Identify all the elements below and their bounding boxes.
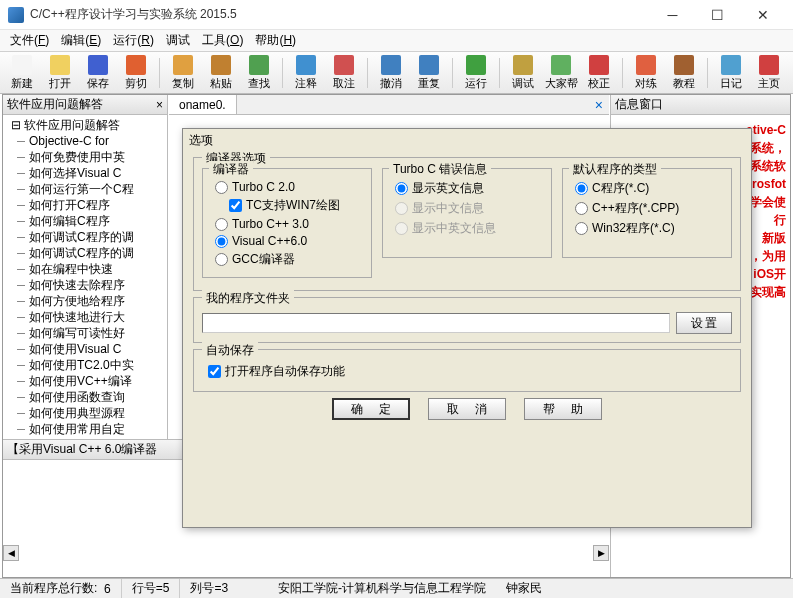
toolbar-剪切[interactable]: 剪切 bbox=[118, 54, 154, 92]
toolbar-查找[interactable]: 查找 bbox=[241, 54, 277, 92]
compiler-input[interactable] bbox=[215, 181, 228, 194]
option-label: Visual C++6.0 bbox=[232, 234, 307, 248]
compiler-subgroup: 编译器 Turbo C 2.0TC支持WIN7绘图Turbo C++ 3.0Vi… bbox=[202, 168, 372, 278]
toolbar-对练[interactable]: 对练 bbox=[628, 54, 664, 92]
folder-group: 我的程序文件夹 设置 bbox=[193, 297, 741, 343]
compiler-option[interactable]: Turbo C 2.0 bbox=[215, 180, 365, 194]
tree-item[interactable]: 如在编程中快速 bbox=[11, 261, 167, 277]
toolbar-取注[interactable]: 取注 bbox=[326, 54, 362, 92]
tree-item[interactable]: 如何使用TC2.0中实 bbox=[11, 357, 167, 373]
toolbar-打开[interactable]: 打开 bbox=[42, 54, 78, 92]
progtype-option[interactable]: Win32程序(*.C) bbox=[575, 220, 725, 237]
toolbar-运行[interactable]: 运行 bbox=[458, 54, 494, 92]
compiler-option[interactable]: TC支持WIN7绘图 bbox=[229, 197, 365, 214]
compiler-input[interactable] bbox=[215, 253, 228, 266]
scroll-right-icon[interactable]: ▶ bbox=[593, 545, 609, 561]
tree-view[interactable]: 软件应用问题解答Objective-C for如何免费使用中英如何选择Visua… bbox=[3, 115, 167, 439]
toolbar-icon bbox=[721, 55, 741, 75]
scroll-left-icon[interactable]: ◀ bbox=[3, 545, 19, 561]
toolbar-label: 日记 bbox=[720, 76, 742, 91]
menu-编辑[interactable]: 编辑(E) bbox=[55, 30, 107, 51]
compiler-option[interactable]: Visual C++6.0 bbox=[215, 234, 365, 248]
autosave-option[interactable]: 打开程序自动保存功能 bbox=[208, 363, 732, 380]
toolbar-icon bbox=[759, 55, 779, 75]
tree-item[interactable]: 如何打开C程序 bbox=[11, 197, 167, 213]
option-label: C程序(*.C) bbox=[592, 180, 649, 197]
tree-item[interactable]: 如何调试C程序的调 bbox=[11, 245, 167, 261]
toolbar-撤消[interactable]: 撤消 bbox=[373, 54, 409, 92]
toolbar-新建[interactable]: 新建 bbox=[4, 54, 40, 92]
compiler-option[interactable]: GCC编译器 bbox=[215, 251, 365, 268]
toolbar-调试[interactable]: 调试 bbox=[505, 54, 541, 92]
tree-item[interactable]: 如何选择Visual C bbox=[11, 165, 167, 181]
tree-item[interactable]: 如何快速地进行大 bbox=[11, 309, 167, 325]
tree-item[interactable]: 如何使用函数查询 bbox=[11, 389, 167, 405]
autosave-checkbox[interactable] bbox=[208, 365, 221, 378]
minimize-button[interactable]: ─ bbox=[650, 1, 695, 29]
tree-item[interactable]: 如何方便地给程序 bbox=[11, 293, 167, 309]
toolbar-复制[interactable]: 复制 bbox=[165, 54, 201, 92]
help-button[interactable]: 帮 助 bbox=[524, 398, 602, 420]
toolbar-粘贴[interactable]: 粘贴 bbox=[203, 54, 239, 92]
toolbar-icon bbox=[173, 55, 193, 75]
toolbar-label: 对练 bbox=[635, 76, 657, 91]
errorinfo-option[interactable]: 显示英文信息 bbox=[395, 180, 545, 197]
toolbar-日记[interactable]: 日记 bbox=[713, 54, 749, 92]
toolbar-separator bbox=[282, 58, 283, 88]
tree-item[interactable]: Objective-C for bbox=[11, 133, 167, 149]
tree-root[interactable]: 软件应用问题解答 bbox=[11, 117, 167, 133]
option-label: Turbo C++ 3.0 bbox=[232, 217, 309, 231]
toolbar-保存[interactable]: 保存 bbox=[80, 54, 116, 92]
tree-item[interactable]: 如何使用VC++编译 bbox=[11, 373, 167, 389]
cancel-button[interactable]: 取 消 bbox=[428, 398, 506, 420]
option-label: Turbo C 2.0 bbox=[232, 180, 295, 194]
menu-文件[interactable]: 文件(F) bbox=[4, 30, 55, 51]
progtype-input[interactable] bbox=[575, 222, 588, 235]
window-title: C/C++程序设计学习与实验系统 2015.5 bbox=[30, 6, 650, 23]
tree-item[interactable]: 如何编写可读性好 bbox=[11, 325, 167, 341]
compiler-option[interactable]: Turbo C++ 3.0 bbox=[215, 217, 365, 231]
errorinfo-input[interactable] bbox=[395, 182, 408, 195]
progtype-option[interactable]: C++程序(*.CPP) bbox=[575, 200, 725, 217]
toolbar-大家帮[interactable]: 大家帮 bbox=[543, 54, 579, 92]
compiler-options-group: 编译器选项 编译器 Turbo C 2.0TC支持WIN7绘图Turbo C++… bbox=[193, 157, 741, 291]
folder-set-button[interactable]: 设置 bbox=[676, 312, 732, 334]
compiler-input[interactable] bbox=[215, 235, 228, 248]
tree-item[interactable]: 如何使用常用自定 bbox=[11, 421, 167, 437]
editor-tab[interactable]: oname0. bbox=[169, 95, 237, 114]
compiler-input[interactable] bbox=[215, 218, 228, 231]
tab-bar: oname0. × bbox=[169, 95, 609, 115]
status-author: 钟家民 bbox=[496, 579, 552, 598]
maximize-button[interactable]: ☐ bbox=[695, 1, 740, 29]
tree-item[interactable]: 如何使用Visual C bbox=[11, 341, 167, 357]
compiler-input[interactable] bbox=[229, 199, 242, 212]
toolbar-重复[interactable]: 重复 bbox=[411, 54, 447, 92]
left-panel-close-icon[interactable]: × bbox=[156, 98, 163, 112]
menu-工具[interactable]: 工具(O) bbox=[196, 30, 249, 51]
ok-button[interactable]: 确 定 bbox=[332, 398, 410, 420]
menu-运行[interactable]: 运行(R) bbox=[107, 30, 160, 51]
close-button[interactable]: ✕ bbox=[740, 1, 785, 29]
menu-调试[interactable]: 调试 bbox=[160, 30, 196, 51]
tree-item[interactable]: 如何编辑C程序 bbox=[11, 213, 167, 229]
tree-item[interactable]: 如何免费使用中英 bbox=[11, 149, 167, 165]
menu-帮助[interactable]: 帮助(H) bbox=[249, 30, 302, 51]
tab-close-icon[interactable]: × bbox=[595, 97, 603, 113]
status-row: 行号=5 bbox=[122, 579, 181, 598]
errorinfo-subgroup: Turbo C 错误信息 显示英文信息显示中文信息显示中英文信息 bbox=[382, 168, 552, 258]
tree-item[interactable]: 如何调试C程序的调 bbox=[11, 229, 167, 245]
option-label: C++程序(*.CPP) bbox=[592, 200, 679, 217]
folder-input[interactable] bbox=[202, 313, 670, 333]
toolbar-校正[interactable]: 校正 bbox=[581, 54, 617, 92]
app-icon bbox=[8, 7, 24, 23]
toolbar-教程[interactable]: 教程 bbox=[666, 54, 702, 92]
progtype-option[interactable]: C程序(*.C) bbox=[575, 180, 725, 197]
tree-item[interactable]: 如何快速去除程序 bbox=[11, 277, 167, 293]
errorinfo-input bbox=[395, 202, 408, 215]
progtype-input[interactable] bbox=[575, 202, 588, 215]
toolbar-主页[interactable]: 主页 bbox=[751, 54, 787, 92]
tree-item[interactable]: 如何使用典型源程 bbox=[11, 405, 167, 421]
progtype-input[interactable] bbox=[575, 182, 588, 195]
tree-item[interactable]: 如何运行第一个C程 bbox=[11, 181, 167, 197]
toolbar-注释[interactable]: 注释 bbox=[288, 54, 324, 92]
